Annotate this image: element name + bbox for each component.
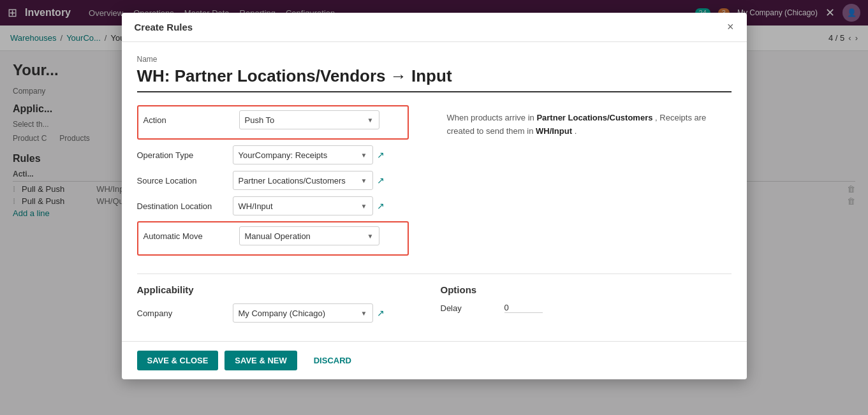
desc-bold1: Partner Locations/Customers — [536, 113, 652, 122]
automatic-move-select[interactable]: Manual Operation ▼ — [239, 226, 379, 245]
form-grid: Action Push To ▼ Op — [137, 105, 732, 261]
source-location-select[interactable]: Partner Locations/Customers ▼ — [233, 171, 373, 190]
delay-value[interactable]: 0 — [504, 303, 543, 313]
action-row: Action Push To ▼ — [143, 110, 402, 129]
destination-location-ext-link[interactable]: ↗ — [377, 201, 385, 211]
operation-type-label: Operation Type — [137, 150, 233, 160]
desc-bold2: WH/Input — [536, 126, 572, 136]
action-label: Action — [143, 115, 239, 125]
company-label: Company — [137, 309, 233, 318]
source-location-arrow: ▼ — [361, 177, 367, 184]
desc-end: . — [575, 126, 577, 136]
form-description: When products arrive in Partner Location… — [434, 105, 732, 261]
company-arrow: ▼ — [361, 310, 367, 317]
action-dropdown-arrow: ▼ — [367, 117, 374, 124]
operation-type-value: YourCompany: Receipts — [239, 150, 328, 160]
automatic-move-arrow: ▼ — [367, 233, 374, 240]
operation-type-ext-link[interactable]: ↗ — [377, 150, 385, 160]
save-new-button[interactable]: SAVE & NEW — [224, 351, 297, 370]
applicability-heading: Applicability — [137, 284, 428, 295]
destination-location-label: Destination Location — [137, 201, 233, 211]
automatic-move-value: Manual Operation — [245, 231, 311, 241]
form-left: Action Push To ▼ Op — [137, 105, 434, 261]
source-location-value: Partner Locations/Customers — [239, 176, 346, 186]
automatic-move-highlight: Automatic Move Manual Operation ▼ — [137, 221, 409, 256]
action-select[interactable]: Push To ▼ — [239, 110, 379, 129]
name-value[interactable]: WH: Partner Locations/Vendors → Input — [137, 66, 732, 86]
section-divider — [137, 273, 732, 274]
applicability-section: Applicability Company My Company (Chicag… — [137, 284, 428, 328]
operation-type-value-container: YourCompany: Receipts ▼ ↗ — [233, 145, 409, 164]
modal-title: Create Rules — [135, 22, 193, 33]
automatic-move-value-container: Manual Operation ▼ — [239, 226, 402, 245]
destination-location-value: WH/Input — [239, 201, 273, 211]
automatic-move-row: Automatic Move Manual Operation ▼ — [143, 226, 402, 245]
desc-text: When products arrive in — [447, 113, 534, 122]
company-value: My Company (Chicago) — [239, 309, 326, 318]
source-location-value-container: Partner Locations/Customers ▼ ↗ — [233, 171, 409, 190]
source-location-label: Source Location — [137, 176, 233, 186]
action-highlight: Action Push To ▼ — [137, 105, 409, 140]
bottom-section: Applicability Company My Company (Chicag… — [137, 284, 732, 328]
company-value-container: My Company (Chicago) ▼ ↗ — [233, 303, 428, 323]
operation-type-row: Operation Type YourCompany: Receipts ▼ ↗ — [137, 145, 409, 165]
modal-dialog: Create Rules × Name WH: Partner Location… — [122, 13, 747, 379]
operation-type-select[interactable]: YourCompany: Receipts ▼ — [233, 145, 373, 164]
operation-type-arrow: ▼ — [361, 152, 367, 159]
destination-location-row: Destination Location WH/Input ▼ ↗ — [137, 196, 409, 216]
modal-overlay: Create Rules × Name WH: Partner Location… — [0, 0, 868, 415]
delay-row: Delay 0 — [441, 303, 732, 313]
source-location-ext-link[interactable]: ↗ — [377, 175, 385, 186]
destination-location-value-container: WH/Input ▼ ↗ — [233, 196, 409, 215]
action-value-container: Push To ▼ — [239, 110, 402, 129]
delay-label: Delay — [441, 303, 492, 313]
source-location-row: Source Location Partner Locations/Custom… — [137, 170, 409, 191]
destination-location-select[interactable]: WH/Input ▼ — [233, 196, 373, 215]
modal-close-button[interactable]: × — [727, 20, 734, 34]
company-row: Company My Company (Chicago) ▼ ↗ — [137, 303, 428, 323]
modal-discard-button[interactable]: DISCARD — [304, 351, 362, 370]
modal-body: Name WH: Partner Locations/Vendors → Inp… — [122, 42, 747, 341]
modal-footer: SAVE & CLOSE SAVE & NEW DISCARD — [122, 341, 747, 379]
save-close-button[interactable]: SAVE & CLOSE — [137, 351, 219, 370]
modal-header: Create Rules × — [122, 13, 747, 42]
name-field-label: Name — [137, 55, 732, 64]
company-ext-link[interactable]: ↗ — [377, 308, 385, 318]
options-heading: Options — [441, 284, 732, 295]
automatic-move-label: Automatic Move — [143, 231, 239, 241]
destination-location-arrow: ▼ — [361, 203, 367, 210]
name-value-container: WH: Partner Locations/Vendors → Input — [137, 66, 732, 92]
company-select[interactable]: My Company (Chicago) ▼ — [233, 303, 373, 323]
options-section: Options Delay 0 — [441, 284, 732, 328]
action-select-value: Push To — [245, 115, 275, 125]
